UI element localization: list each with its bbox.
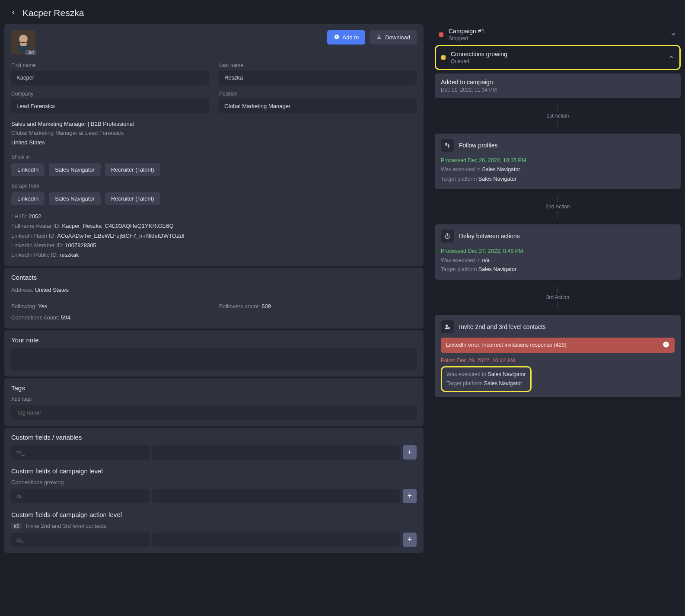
cf-action-val-input[interactable]: [152, 533, 400, 547]
note-input[interactable]: [11, 348, 417, 370]
download-icon: [376, 34, 382, 41]
chevron-up-icon[interactable]: [668, 54, 674, 61]
invite-user-icon: [441, 320, 454, 333]
action2-target: Sales Navigator: [478, 266, 516, 272]
position-label: Position: [219, 91, 417, 97]
download-button[interactable]: Download: [370, 30, 417, 45]
contacts-card: Contacts Address: United States Followin…: [4, 268, 424, 329]
show-in-salesnav[interactable]: Sales Navigator: [49, 163, 101, 176]
action-label-1: 1st Action: [435, 98, 681, 130]
hash-id-value: ACoAADwTw_EBeWLFuj5tCF7_n-rNkfefDWTOZdI: [57, 233, 185, 239]
status-square-icon: [439, 32, 443, 37]
action3-target: Sales Navigator: [484, 380, 522, 386]
stopwatch-icon: [441, 230, 454, 243]
highlighted-execution-box: Was executed in Sales Navigator Target p…: [441, 366, 532, 393]
chevron-down-icon[interactable]: [670, 31, 676, 38]
svg-point-5: [445, 143, 447, 145]
custom-fields-card: Custom fields / variables + Custom field…: [4, 428, 424, 553]
public-id-value: reszkak: [60, 252, 79, 258]
company-input[interactable]: [11, 99, 209, 113]
add-to-button[interactable]: Add to: [327, 30, 366, 45]
first-name-label: First name: [11, 62, 209, 68]
address-value: United States: [35, 287, 69, 293]
scrape-recruiter[interactable]: Recruiter (Talent): [105, 192, 160, 205]
page-title: Kacper Reszka: [22, 8, 84, 18]
cf-action-title: Custom fields of campaign action level: [11, 511, 417, 518]
cf-action-key-input[interactable]: [11, 533, 150, 547]
cf-campaign-sub: Connections growing: [11, 479, 417, 485]
action3-executed: Sales Navigator: [487, 371, 526, 377]
show-in-label: Show in: [11, 154, 417, 160]
cf-add-button[interactable]: +: [403, 445, 417, 460]
svg-point-6: [446, 145, 447, 146]
note-title: Your note: [11, 336, 417, 344]
profile-headline: Sales and Marketing Manager | B2B Profes…: [11, 119, 417, 128]
member-id-value: 1007928305: [65, 242, 96, 249]
added-title: Added to campaign: [441, 79, 675, 86]
followers-value: 609: [261, 303, 271, 310]
contacts-title: Contacts: [11, 274, 417, 281]
position-input[interactable]: [219, 99, 417, 113]
svg-point-7: [448, 144, 449, 147]
action-card-3: Invite 2nd and 3rd level contacts Linked…: [435, 315, 681, 398]
status-square-icon: [441, 55, 446, 60]
tags-card: Tags Add tags: [4, 378, 424, 426]
alert-icon: [663, 341, 669, 349]
cf-key-input[interactable]: [11, 445, 150, 460]
error-banner: LinkedIn error. Incorrect invitations re…: [441, 338, 675, 353]
cf-title: Custom fields / variables: [11, 434, 417, 441]
svg-point-10: [446, 324, 448, 326]
action2-date: Dec 27, 2022, 8:48 PM: [468, 248, 523, 254]
show-in-linkedin[interactable]: LinkedIn: [11, 163, 45, 176]
degree-badge: 3rd: [25, 50, 36, 55]
scrape-linkedin[interactable]: LinkedIn: [11, 192, 45, 205]
avatar-id-value: Kacper_Reszka_C4E03AQHeQ1YKRtGE6Q: [62, 223, 174, 229]
first-name-input[interactable]: [11, 70, 209, 85]
action1-date: Dec 26, 2022, 10:35 PM: [468, 157, 526, 163]
back-chevron-icon[interactable]: [10, 9, 16, 18]
footsteps-icon: [441, 139, 454, 152]
cf-action-add-button[interactable]: +: [403, 533, 417, 547]
svg-rect-14: [666, 345, 666, 346]
campaign-item-active[interactable]: Connections growing Queued: [435, 45, 681, 70]
connections-value: 594: [61, 314, 70, 321]
svg-point-8: [448, 147, 449, 148]
cf-campaign-key-input[interactable]: [11, 489, 150, 503]
avatar: 3rd: [11, 30, 35, 54]
company-label: Company: [11, 91, 209, 97]
profile-card: 3rd Add to Download First name: [4, 24, 424, 266]
action2-executed: n/a: [482, 257, 489, 263]
last-name-input[interactable]: [219, 70, 417, 85]
action2-title: Delay between actions: [459, 233, 520, 239]
action3-date: Dec 29, 2022, 10:42 AM: [457, 357, 515, 364]
show-in-recruiter[interactable]: Recruiter (Talent): [105, 163, 160, 176]
profile-subline: Global Marketing Manager at Lead Forensi…: [11, 128, 417, 137]
campaign-status: Stopped: [449, 35, 665, 41]
svg-rect-13: [666, 343, 666, 345]
profile-location: United States: [11, 138, 417, 147]
cf-action-sub: Invite 2nd and 3rd level contacts: [26, 523, 106, 529]
tag-name-input[interactable]: [11, 405, 417, 420]
campaign-item[interactable]: Campaign #1 Stopped: [435, 24, 681, 45]
last-name-label: Last name: [219, 62, 417, 68]
plus-circle-icon: [334, 34, 340, 41]
cf-campaign-title: Custom fields of campaign level: [11, 467, 417, 475]
action1-title: Follow profiles: [459, 142, 497, 149]
scrape-salesnav[interactable]: Sales Navigator: [49, 192, 101, 205]
page-header: Kacper Reszka: [4, 4, 681, 24]
add-tags-label: Add tags: [11, 396, 417, 402]
lh-id-value: 2052: [29, 213, 41, 220]
action1-target: Sales Navigator: [478, 176, 516, 182]
action-label-2: 2nd Action: [435, 189, 681, 221]
cf-val-input[interactable]: [152, 445, 400, 460]
action1-executed: Sales Navigator: [482, 166, 520, 172]
campaign-status: Queued: [451, 58, 663, 64]
following-value: Yes: [38, 303, 47, 310]
campaign-name: Connections growing: [451, 51, 663, 57]
cf-campaign-val-input[interactable]: [152, 489, 400, 503]
campaign-name: Campaign #1: [449, 28, 665, 35]
cf-campaign-add-button[interactable]: +: [403, 489, 417, 503]
action3-title: Invite 2nd and 3rd level contacts: [459, 323, 546, 330]
cf-action-badge: #5: [11, 523, 22, 529]
note-card: Your note: [4, 330, 424, 377]
